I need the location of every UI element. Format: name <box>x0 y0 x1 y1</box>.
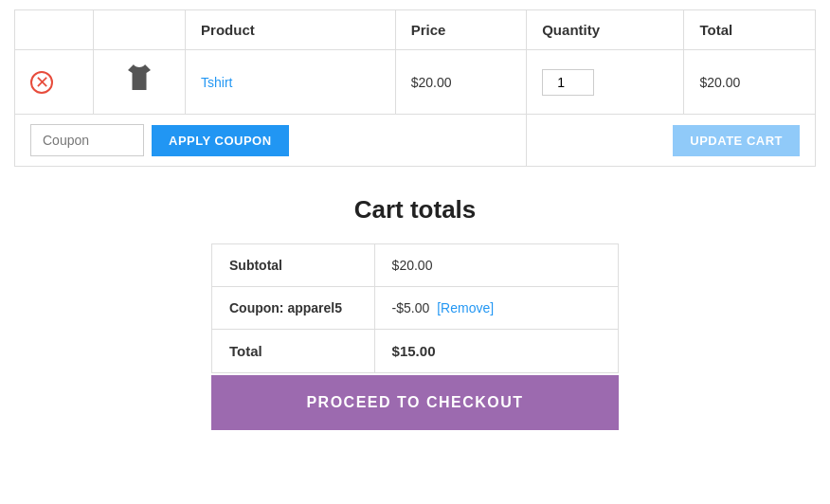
product-name-cell: Tshirt <box>186 50 396 115</box>
coupon-discount-value: -$5.00 <box>392 300 430 315</box>
cart-totals-title: Cart totals <box>211 195 619 225</box>
cart-table: Product Price Quantity Total ✕ Tshirt $2… <box>14 9 816 167</box>
coupon-input-cell: APPLY COUPON <box>15 115 527 167</box>
subtotal-value: $20.00 <box>374 244 618 287</box>
product-total-cell: $20.00 <box>684 50 816 115</box>
total-row: Total $15.00 <box>212 330 619 373</box>
remove-cell: ✕ <box>15 50 94 115</box>
col-header-product: Product <box>186 10 396 50</box>
coupon-row-totals: Coupon: apparel5 -$5.00 [Remove] <box>212 287 619 330</box>
col-header-remove <box>15 10 94 50</box>
proceed-to-checkout-button[interactable]: PROCEED TO CHECKOUT <box>211 375 619 430</box>
total-label: Total <box>212 330 375 373</box>
col-header-image <box>94 10 186 50</box>
col-header-total: Total <box>684 10 816 50</box>
coupon-value-cell: -$5.00 [Remove] <box>374 287 618 330</box>
totals-table: Subtotal $20.00 Coupon: apparel5 -$5.00 … <box>211 243 619 373</box>
coupon-area: APPLY COUPON <box>30 124 511 156</box>
coupon-label: Coupon: apparel5 <box>212 287 375 330</box>
product-image-icon <box>122 72 156 101</box>
product-quantity-cell <box>527 50 684 115</box>
subtotal-row: Subtotal $20.00 <box>212 244 619 287</box>
update-cart-button[interactable]: UPDATE CART <box>673 125 800 156</box>
update-cart-cell: UPDATE CART <box>527 115 816 167</box>
product-link[interactable]: Tshirt <box>201 75 232 90</box>
coupon-input[interactable] <box>30 124 144 156</box>
cart-row: ✕ Tshirt $20.00 $20.00 <box>15 50 816 115</box>
apply-coupon-button[interactable]: APPLY COUPON <box>152 125 289 156</box>
col-header-price: Price <box>395 10 527 50</box>
product-price-cell: $20.00 <box>395 50 527 115</box>
remove-item-button[interactable]: ✕ <box>30 71 53 94</box>
coupon-remove-link[interactable]: [Remove] <box>437 300 494 315</box>
col-header-quantity: Quantity <box>527 10 684 50</box>
quantity-input[interactable] <box>542 69 594 96</box>
cart-totals-section: Cart totals Subtotal $20.00 Coupon: appa… <box>211 195 619 430</box>
coupon-row: APPLY COUPON UPDATE CART <box>15 115 816 167</box>
subtotal-label: Subtotal <box>212 244 375 287</box>
product-image-cell <box>94 50 186 115</box>
total-value: $15.00 <box>374 330 618 373</box>
